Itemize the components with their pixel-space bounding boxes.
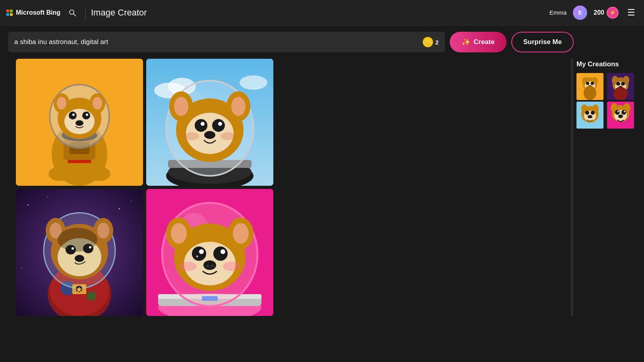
svg-point-50 (131, 200, 132, 201)
creations-title: My Creations (576, 59, 636, 68)
creation-thumb-1[interactable] (576, 73, 603, 100)
svg-point-103 (591, 82, 594, 85)
svg-point-122 (588, 115, 592, 118)
svg-point-27 (240, 75, 267, 90)
creation-thumb-3[interactable] (576, 102, 603, 129)
svg-point-84 (171, 223, 187, 244)
svg-point-102 (586, 82, 589, 85)
svg-point-93 (206, 265, 209, 267)
svg-point-22 (88, 167, 110, 181)
dog-image-2 (146, 59, 273, 186)
svg-point-128 (615, 110, 620, 115)
dog-image-1 (16, 59, 143, 186)
creation-thumb-svg-3 (576, 102, 603, 129)
generated-image-2[interactable] (146, 59, 273, 186)
svg-point-55 (87, 291, 96, 301)
surprise-me-label: Surprise Me (523, 38, 562, 46)
svg-point-112 (621, 82, 625, 86)
creation-thumb-2[interactable] (607, 73, 634, 100)
dog-image-4 (146, 189, 273, 316)
svg-point-41 (201, 122, 205, 126)
svg-point-120 (585, 111, 589, 115)
search-icon (68, 9, 76, 17)
creation-thumb-4[interactable] (607, 102, 634, 129)
svg-point-14 (93, 97, 102, 110)
search-input[interactable] (14, 38, 418, 46)
svg-point-132 (618, 115, 623, 118)
svg-point-63 (97, 223, 109, 239)
coins-display: 200 ⚡ (594, 7, 619, 19)
avatar[interactable]: E (573, 6, 587, 20)
svg-point-13 (57, 97, 66, 110)
svg-point-51 (21, 268, 22, 269)
svg-point-69 (89, 246, 91, 248)
svg-point-129 (621, 110, 626, 115)
svg-point-131 (624, 111, 625, 112)
svg-rect-23 (68, 160, 91, 163)
svg-point-67 (83, 244, 93, 253)
svg-point-85 (233, 223, 249, 244)
dog-image-3 (16, 189, 143, 316)
svg-point-114 (613, 87, 628, 100)
creation-thumb-svg-2 (607, 73, 634, 100)
search-icon-button[interactable] (65, 6, 79, 20)
bing-logo[interactable]: Microsoft Bing (6, 9, 60, 16)
svg-line-1 (73, 13, 76, 16)
svg-point-42 (218, 122, 222, 126)
image-grid (16, 59, 273, 316)
svg-point-90 (220, 249, 225, 254)
svg-point-39 (195, 119, 207, 132)
generated-image-1[interactable] (16, 59, 143, 186)
creations-grid (576, 73, 636, 129)
creation-thumb-svg-4 (607, 102, 634, 129)
svg-point-37 (231, 97, 246, 116)
top-navigation: Microsoft Bing Image Creator Emma E 200 … (0, 0, 644, 25)
svg-point-94 (211, 265, 214, 267)
search-input-wrapper: 🪙 2 (8, 32, 445, 52)
nav-divider (85, 6, 85, 19)
generated-image-3[interactable] (16, 189, 143, 316)
svg-point-44 (185, 132, 199, 140)
svg-point-49 (119, 208, 120, 210)
svg-point-18 (72, 114, 75, 116)
svg-point-20 (75, 120, 83, 126)
svg-point-47 (27, 204, 29, 206)
svg-point-130 (617, 111, 619, 112)
svg-point-48 (47, 196, 48, 197)
svg-point-92 (203, 260, 216, 270)
creations-sidebar: My Creations (576, 59, 636, 129)
svg-point-19 (86, 114, 88, 116)
svg-point-88 (213, 246, 228, 261)
svg-point-121 (591, 111, 595, 115)
svg-point-66 (66, 245, 76, 254)
creation-thumb-svg-1 (576, 73, 603, 100)
svg-point-96 (223, 262, 240, 271)
username-label: Emma (549, 9, 567, 16)
generated-image-4[interactable] (146, 189, 273, 316)
svg-point-111 (616, 82, 620, 86)
main-content: My Creations (0, 59, 644, 324)
boost-count: 2 (435, 39, 439, 46)
svg-point-105 (584, 86, 596, 100)
svg-point-21 (48, 167, 71, 181)
svg-point-91 (196, 256, 198, 258)
svg-point-36 (174, 97, 188, 116)
svg-point-45 (220, 132, 235, 140)
hamburger-menu-button[interactable]: ☰ (625, 5, 638, 20)
sidebar-collapse-bar[interactable] (571, 59, 573, 316)
nav-right-section: Emma E 200 ⚡ ☰ (549, 5, 638, 20)
create-wand-icon: ✨ (462, 38, 470, 46)
image-grid-area (8, 59, 282, 316)
boost-badge: 🪙 2 (418, 37, 439, 47)
create-button[interactable]: ✨ Create (450, 32, 507, 52)
page-title: Image Creator (91, 8, 147, 18)
coins-count: 200 (594, 9, 604, 16)
windows-logo-icon (6, 10, 13, 16)
svg-point-68 (72, 247, 74, 250)
brand-name: Microsoft Bing (16, 9, 60, 16)
surprise-me-button[interactable]: Surprise Me (511, 32, 574, 52)
svg-point-95 (179, 262, 197, 271)
svg-point-70 (75, 255, 84, 262)
boost-coin-icon: 🪙 (423, 37, 433, 47)
svg-point-87 (192, 246, 206, 261)
